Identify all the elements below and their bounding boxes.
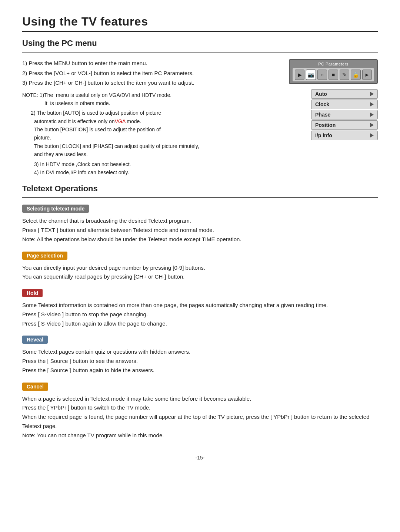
- note-2b: automatic and it is effective only onVGA…: [34, 117, 270, 125]
- subsection-selecting-teletext: Selecting teletext mode Select the chann…: [22, 205, 378, 244]
- menu-item-ip-info: I/p info: [311, 131, 378, 140]
- pc-menu-title: Using the PC menu: [22, 38, 378, 48]
- pc-menu-section: 1) Press the MENU button to enter the ma…: [22, 59, 378, 176]
- badge-hold: Hold: [22, 289, 43, 297]
- pc-params-label: PC Parameters: [293, 62, 374, 67]
- subsection-cancel: Cancel When a page is selected in Telete…: [22, 383, 378, 440]
- icon-1: ▶: [295, 70, 304, 80]
- note-2: 2) The button [AUTO] is used to adjust p…: [22, 109, 270, 117]
- icon-6: 🔒: [351, 70, 360, 80]
- menu-item-position: Position: [311, 120, 378, 130]
- teletext-section: Teletext Operations Selecting teletext m…: [22, 184, 378, 440]
- menu-item-phase: Phase: [311, 110, 378, 119]
- page-title: Using the TV features: [22, 15, 378, 28]
- note-1: NOTE: 1)The menu is useful only on VGA/D…: [22, 91, 270, 99]
- subsection-page-selection: Page selection You can directly input yo…: [22, 252, 378, 282]
- pc-menu-graphic: PC Parameters ▶ 📷 ○ ■ ✎ 🔒 ► Auto Clock P…: [281, 59, 378, 176]
- pc-icons-bar: PC Parameters ▶ 📷 ○ ■ ✎ 🔒 ►: [289, 59, 378, 84]
- note-2e: The button [CLOCK] and [PHASE] can adjus…: [34, 142, 270, 150]
- pc-menu-steps: 1) Press the MENU button to enter the ma…: [22, 59, 270, 87]
- arrow-auto: [370, 92, 374, 96]
- title-divider: [22, 31, 378, 32]
- page-number: -15-: [22, 455, 378, 461]
- content-hold: Some Teletext information is contained o…: [22, 301, 378, 328]
- content-selecting-teletext: Select the channel that is broadcasting …: [22, 216, 378, 244]
- content-reveal: Some Teletext pages contain quiz or ques…: [22, 347, 378, 375]
- note-2d: picture.: [34, 134, 270, 142]
- note-4: 4) In DVI mode,I/P info can beselect onl…: [34, 168, 270, 176]
- note-2c: The button [POSITION] is used to adjust …: [34, 125, 270, 134]
- teletext-divider: [22, 197, 378, 198]
- note-1b: It is useless in others mode.: [44, 99, 270, 107]
- arrow-phase: [370, 112, 374, 117]
- pc-menu-list: Auto Clock Phase Position I/p info: [311, 89, 378, 140]
- pc-menu-text: 1) Press the MENU button to enter the ma…: [22, 59, 270, 176]
- pc-menu-divider: [22, 52, 378, 53]
- subsection-reveal: Reveal Some Teletext pages contain quiz …: [22, 336, 378, 375]
- note-2f: and they are used less.: [34, 150, 270, 158]
- badge-page-selection: Page selection: [22, 252, 67, 260]
- step-2: 2) Press the [VOL+ or VOL-] button to se…: [22, 69, 270, 78]
- menu-item-clock: Clock: [311, 100, 378, 109]
- content-page-selection: You can directly input your desired page…: [22, 263, 378, 282]
- badge-reveal: Reveal: [22, 336, 48, 344]
- arrow-clock: [370, 102, 374, 107]
- icon-4: ■: [329, 70, 338, 80]
- step-1: 1) Press the MENU button to enter the ma…: [22, 59, 270, 68]
- badge-selecting-teletext: Selecting teletext mode: [22, 205, 89, 213]
- note-3: 3) In HDTV mode ,Clock can not beselect.: [34, 160, 270, 168]
- arrow-ip-info: [370, 133, 374, 138]
- teletext-title: Teletext Operations: [22, 184, 378, 193]
- vga-text: VGA: [115, 118, 126, 124]
- badge-cancel: Cancel: [22, 383, 48, 391]
- notes-block: NOTE: 1)The menu is useful only on VGA/D…: [22, 91, 270, 177]
- content-cancel: When a page is selected in Teletext mode…: [22, 394, 378, 440]
- arrow-position: [370, 123, 374, 127]
- icon-2: 📷: [306, 70, 316, 80]
- step-3: 3) Press the [CH+ or CH-] button to sele…: [22, 79, 270, 87]
- icon-3: ○: [317, 70, 327, 80]
- subsection-hold: Hold Some Teletext information is contai…: [22, 289, 378, 328]
- icon-7: ►: [362, 70, 372, 80]
- menu-item-auto: Auto: [311, 89, 378, 99]
- icon-5: ✎: [340, 70, 349, 80]
- icon-row: ▶ 📷 ○ ■ ✎ 🔒 ►: [293, 68, 374, 81]
